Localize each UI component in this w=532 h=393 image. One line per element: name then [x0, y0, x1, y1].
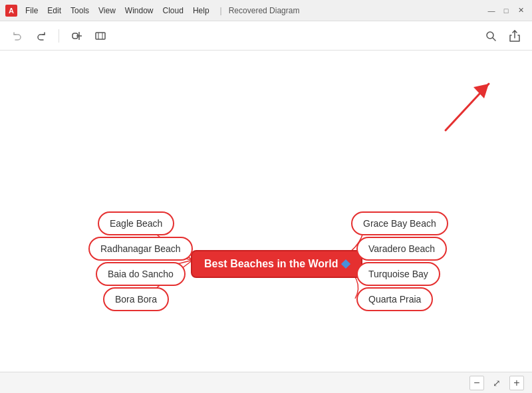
menu-help[interactable]: Help: [189, 5, 213, 17]
node-quarta-praia[interactable]: Quarta Praia: [356, 287, 433, 311]
redo-button[interactable]: [32, 27, 51, 45]
node-turquoise-bay[interactable]: Turquoise Bay: [356, 262, 440, 286]
menu-cloud[interactable]: Cloud: [159, 5, 188, 17]
zoom-plus-button[interactable]: +: [509, 376, 524, 390]
canvas[interactable]: Best Beaches in the World Eagle Beach Ra…: [0, 51, 532, 372]
menu-view[interactable]: View: [94, 5, 120, 17]
diamond-icon: [340, 259, 350, 269]
menu-tools[interactable]: Tools: [66, 5, 93, 17]
share-button[interactable]: [505, 27, 524, 45]
search-icon: [485, 30, 497, 42]
center-node-label: Best Beaches in the World: [204, 258, 338, 270]
title-separator: |: [220, 6, 222, 15]
node-turquoise-bay-label: Turquoise Bay: [368, 269, 428, 279]
node-baia-do-sancho-label: Baia do Sancho: [108, 269, 174, 279]
toolbar-right: [481, 27, 524, 45]
center-node[interactable]: Best Beaches in the World: [191, 250, 362, 278]
node-radhanagar-beach[interactable]: Radhanagar Beach: [88, 237, 193, 261]
node-eagle-beach[interactable]: Eagle Beach: [98, 211, 174, 235]
node-bora-bora-label: Bora Bora: [115, 294, 157, 305]
svg-line-7: [493, 38, 495, 41]
node-grace-bay-label: Grace Bay Beach: [363, 218, 436, 229]
frame-icon: [94, 30, 106, 42]
search-button[interactable]: [481, 27, 500, 45]
toolbar: [0, 21, 532, 51]
close-button[interactable]: ✕: [515, 5, 527, 17]
menu-bar: File Edit Tools View Window Cloud Help: [21, 5, 213, 17]
svg-rect-3: [96, 33, 105, 39]
redo-icon: [35, 30, 47, 42]
menu-edit[interactable]: Edit: [43, 5, 65, 17]
svg-marker-10: [473, 84, 489, 98]
menu-window[interactable]: Window: [121, 5, 158, 17]
titlebar: A File Edit Tools View Window Cloud Help…: [0, 0, 532, 21]
node-grace-bay[interactable]: Grace Bay Beach: [351, 211, 448, 235]
share-icon: [509, 30, 521, 42]
svg-line-9: [446, 84, 489, 130]
app-icon: A: [5, 5, 17, 17]
node-radhanagar-beach-label: Radhanagar Beach: [100, 243, 181, 254]
minimize-button[interactable]: —: [485, 5, 497, 17]
connections-svg: [0, 51, 532, 372]
insert-shape-button[interactable]: [67, 27, 86, 45]
node-baia-do-sancho[interactable]: Baia do Sancho: [96, 262, 186, 286]
toolbar-divider: [59, 29, 59, 43]
node-quarta-praia-label: Quarta Praia: [368, 294, 421, 305]
insert-shape-icon: [70, 30, 82, 42]
zoom-minus-button[interactable]: −: [469, 376, 484, 390]
window-controls: — □ ✕: [485, 5, 527, 17]
document-title: Recovered Diagram: [229, 6, 300, 15]
node-varadero-beach[interactable]: Varadero Beach: [356, 237, 447, 261]
node-bora-bora[interactable]: Bora Bora: [103, 287, 169, 311]
arrow-annotation: [432, 64, 512, 146]
node-eagle-beach-label: Eagle Beach: [110, 218, 162, 229]
undo-icon: [11, 30, 23, 42]
statusbar: − ⤢ +: [0, 372, 532, 393]
undo-button[interactable]: [8, 27, 27, 45]
restore-button[interactable]: □: [500, 5, 512, 17]
menu-file[interactable]: File: [21, 5, 42, 17]
zoom-fit-button[interactable]: ⤢: [489, 376, 504, 390]
frame-button[interactable]: [91, 27, 110, 45]
arrow-annotation-svg: [432, 64, 512, 144]
node-varadero-beach-label: Varadero Beach: [368, 243, 435, 254]
